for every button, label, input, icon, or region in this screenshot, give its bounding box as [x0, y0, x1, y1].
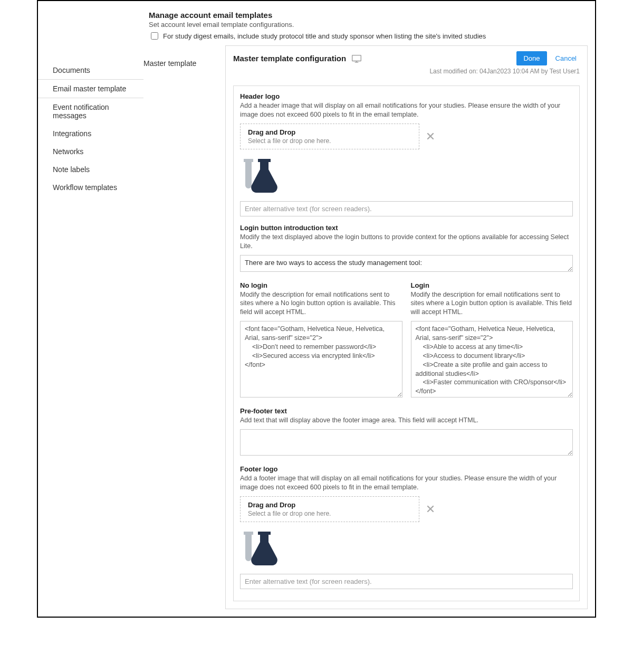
login-textarea[interactable] [411, 321, 573, 397]
footer-logo-dropzone[interactable]: Drag and Drop Select a file or drop one … [240, 496, 419, 522]
header-logo-dropzone[interactable]: Drag and Drop Select a file or drop one … [240, 124, 419, 149]
no-login-desc: Modify the description for email notific… [240, 290, 402, 317]
header-logo-alt-input[interactable] [240, 201, 573, 216]
sidebar-item-integrations[interactable]: Integrations [38, 125, 143, 143]
digest-checkbox-row[interactable]: For study digest emails, include study p… [149, 31, 584, 41]
prefooter-textarea[interactable] [240, 429, 573, 456]
header-logo-remove-button[interactable] [426, 131, 435, 141]
main-title: Master template configuration [233, 54, 346, 63]
prefooter-title: Pre-footer text [240, 407, 573, 415]
page-subtitle: Set account level email template configu… [149, 21, 584, 29]
header-logo-drop-title: Drag and Drop [248, 128, 411, 136]
login-desc: Modify the description for email notific… [411, 290, 573, 317]
no-login-title: No login [240, 281, 402, 289]
login-title: Login [411, 281, 573, 289]
footer-logo-desc: Add a footer image that will display on … [240, 474, 573, 492]
header-logo-preview [240, 156, 573, 195]
footer-logo-preview [240, 528, 573, 567]
cancel-button[interactable]: Cancel [552, 52, 580, 65]
desktop-icon [351, 54, 362, 63]
digest-checkbox[interactable] [151, 32, 158, 40]
footer-logo-drop-title: Drag and Drop [248, 501, 411, 509]
login-intro-title: Login button introduction text [240, 224, 573, 232]
sidebar-item-email-master-template[interactable]: Email master template [38, 79, 143, 98]
done-button[interactable]: Done [516, 51, 546, 65]
sidebar-item-note-labels[interactable]: Note labels [38, 160, 143, 178]
svg-rect-0 [352, 55, 361, 61]
master-template-label: Master template [143, 57, 225, 70]
header-logo-title: Header logo [240, 92, 573, 100]
digest-checkbox-label: For study digest emails, include study p… [163, 32, 486, 40]
footer-logo-alt-input[interactable] [240, 574, 573, 589]
footer-logo-remove-button[interactable] [426, 504, 435, 514]
prefooter-desc: Add text that will display above the foo… [240, 416, 573, 425]
header-logo-desc: Add a header image that will display on … [240, 101, 573, 119]
header-logo-drop-sub: Select a file or drop one here. [248, 137, 411, 145]
last-modified-text: Last modified on: 04Jan2023 10:04 AM by … [226, 68, 587, 80]
sidebar: Documents Email master template Event no… [38, 45, 143, 196]
sidebar-item-workflow-templates[interactable]: Workflow templates [38, 178, 143, 196]
sidebar-item-event-notification-messages[interactable]: Event notification messages [38, 98, 143, 125]
page-title: Manage account email templates [149, 11, 584, 20]
footer-logo-drop-sub: Select a file or drop one here. [248, 510, 411, 517]
sidebar-item-documents[interactable]: Documents [38, 61, 143, 79]
login-intro-desc: Modify the text displayed above the logi… [240, 233, 573, 251]
footer-logo-title: Footer logo [240, 465, 573, 473]
login-intro-textarea[interactable] [240, 255, 573, 272]
sidebar-item-networks[interactable]: Networks [38, 143, 143, 160]
no-login-textarea[interactable] [240, 321, 402, 397]
